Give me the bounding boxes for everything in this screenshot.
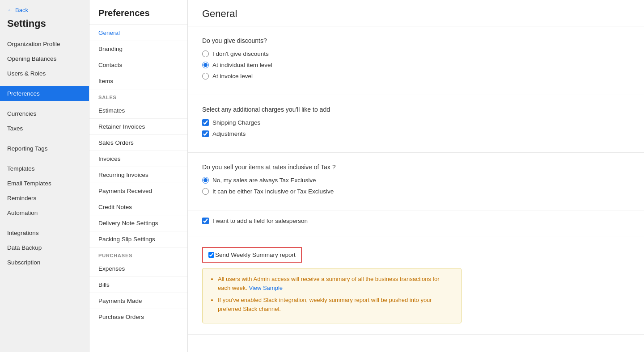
tax-option-either-tax[interactable]: It can be either Tax Inclusive or Tax Ex… — [202, 188, 630, 195]
tax-label-tax-exclusive: No, my sales are always Tax Exclusive — [212, 177, 316, 184]
sidebar-item-email-templates[interactable]: Email Templates — [0, 176, 89, 191]
submenu-item-invoices[interactable]: Invoices — [89, 151, 187, 167]
submenu-item-credit-notes[interactable]: Credit Notes — [89, 199, 187, 215]
main-title: General — [202, 8, 630, 20]
submenu-item-sales-orders[interactable]: Sales Orders — [89, 135, 187, 151]
info-line-1: All users with Admin access will receive… — [218, 275, 453, 292]
back-link[interactable]: ← Back — [0, 0, 89, 17]
tax-option-tax-exclusive[interactable]: No, my sales are always Tax Exclusive — [202, 177, 630, 184]
submenu-item-recurring-invoices[interactable]: Recurring Invoices — [89, 167, 187, 183]
sidebar-item-users-roles[interactable]: Users & Roles — [0, 66, 89, 81]
back-arrow-icon: ← — [7, 6, 13, 13]
submenu-item-delivery-note[interactable]: Delivery Note Settings — [89, 215, 187, 231]
info-box: All users with Admin access will receive… — [202, 268, 462, 323]
submenu-item-general[interactable]: General — [89, 25, 187, 41]
weekly-summary-option[interactable]: Send Weekly Summary report — [202, 247, 302, 263]
submenu-item-packing-slip[interactable]: Packing Slip Settings — [89, 231, 187, 247]
discount-label-item-level: At individual item level — [212, 62, 272, 68]
sidebar-item-automation[interactable]: Automation — [0, 205, 89, 220]
submenu-item-retainer-invoices[interactable]: Retainer Invoices — [89, 119, 187, 135]
tax-radio-tax-exclusive[interactable] — [202, 177, 209, 184]
charge-checkbox-adjustments[interactable] — [202, 130, 209, 137]
main-header: General — [188, 0, 644, 26]
weekly-summary-checkbox[interactable] — [208, 252, 214, 258]
sales-section-label: SALES — [89, 89, 187, 103]
salesperson-option[interactable]: I want to add a field for salesperson — [202, 218, 630, 224]
sidebar-item-org-profile[interactable]: Organization Profile — [0, 37, 89, 51]
discount-label-no-discounts: I don't give discounts — [212, 50, 269, 57]
discount-option-item-level[interactable]: At individual item level — [202, 62, 630, 68]
salesperson-section: I want to add a field for salesperson — [188, 210, 644, 236]
discount-label-invoice-level: At invoice level — [212, 73, 253, 80]
sidebar-item-taxes[interactable]: Taxes — [0, 121, 89, 136]
view-sample-link[interactable]: View Sample — [249, 285, 283, 291]
submenu-item-branding[interactable]: Branding — [89, 41, 187, 57]
info-line-2: If you've enabled Slack integration, wee… — [218, 296, 453, 313]
discount-radio-item-level[interactable] — [202, 62, 209, 68]
sidebar-item-templates[interactable]: Templates — [0, 161, 89, 176]
submenu: Preferences GeneralBrandingContactsItems… — [89, 0, 188, 352]
submenu-item-expenses[interactable]: Expenses — [89, 261, 187, 277]
sidebar-item-opening-balances[interactable]: Opening Balances — [0, 51, 89, 66]
discount-option-invoice-level[interactable]: At invoice level — [202, 73, 630, 80]
submenu-item-contacts[interactable]: Contacts — [89, 57, 187, 73]
submenu-item-bills[interactable]: Bills — [89, 277, 187, 293]
tax-question: Do you sell your items at rates inclusiv… — [202, 163, 630, 171]
sidebar-title: Settings — [0, 17, 89, 37]
weekly-summary-label: Send Weekly Summary report — [215, 251, 296, 258]
submenu-item-payments-made[interactable]: Payments Made — [89, 293, 187, 309]
submenu-item-estimates[interactable]: Estimates — [89, 103, 187, 119]
submenu-item-items[interactable]: Items — [89, 73, 187, 89]
discount-radio-invoice-level[interactable] — [202, 73, 209, 80]
salesperson-label: I want to add a field for salesperson — [212, 218, 308, 224]
charge-option-adjustments[interactable]: Adjustments — [202, 130, 630, 137]
charges-question: Select any additional charges you'll lik… — [202, 106, 630, 113]
sidebar-item-subscription[interactable]: Subscription — [0, 255, 89, 270]
submenu-item-payments-received[interactable]: Payments Received — [89, 183, 187, 199]
tax-label-either-tax: It can be either Tax Inclusive or Tax Ex… — [212, 188, 334, 195]
tax-radio-either-tax[interactable] — [202, 188, 209, 195]
back-label: Back — [15, 7, 28, 13]
discount-radio-no-discounts[interactable] — [202, 50, 209, 57]
discounts-question: Do you give discounts? — [202, 37, 630, 44]
sidebar-item-preferences[interactable]: Preferences — [0, 86, 89, 101]
sidebar-item-data-backup[interactable]: Data Backup — [0, 240, 89, 255]
sidebar-item-reporting-tags[interactable]: Reporting Tags — [0, 141, 89, 156]
salesperson-checkbox[interactable] — [202, 218, 209, 224]
discount-option-no-discounts[interactable]: I don't give discounts — [202, 50, 630, 57]
discounts-section: Do you give discounts? I don't give disc… — [188, 26, 644, 95]
charge-checkbox-shipping[interactable] — [202, 119, 209, 126]
sidebar-item-currencies[interactable]: Currencies — [0, 106, 89, 121]
main-content: General Do you give discounts? I don't g… — [188, 0, 644, 352]
submenu-item-purchase-orders[interactable]: Purchase Orders — [89, 309, 187, 325]
additional-charges-section: Select any additional charges you'll lik… — [188, 95, 644, 153]
charge-option-shipping[interactable]: Shipping Charges — [202, 119, 630, 126]
sidebar-item-integrations[interactable]: Integrations — [0, 226, 89, 240]
charge-label-adjustments: Adjustments — [212, 130, 246, 137]
sidebar: ← Back Settings Organization ProfileOpen… — [0, 0, 89, 352]
weekly-summary-section: Send Weekly Summary report All users wit… — [188, 236, 644, 335]
submenu-title: Preferences — [89, 0, 187, 25]
charge-label-shipping: Shipping Charges — [212, 119, 260, 126]
purchases-section-label: PURCHASES — [89, 247, 187, 261]
sidebar-item-reminders[interactable]: Reminders — [0, 191, 89, 205]
tax-section: Do you sell your items at rates inclusiv… — [188, 153, 644, 210]
